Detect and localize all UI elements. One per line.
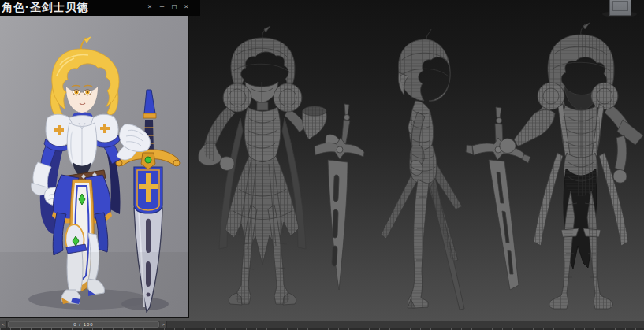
window-titlebar[interactable]: 角色·圣剑士贝德 × — □ × xyxy=(0,0,200,16)
window-title: 角色·圣剑士贝德 xyxy=(2,1,89,15)
minimize-icon[interactable]: — xyxy=(159,2,165,11)
screenshot-root: 角色·圣剑士贝德 × — □ × xyxy=(0,0,644,330)
model-back-view[interactable] xyxy=(466,23,644,315)
model-front-view[interactable] xyxy=(197,26,370,315)
close-icon[interactable]: × xyxy=(184,2,189,11)
concept-art xyxy=(0,16,188,317)
pin-icon[interactable]: × xyxy=(147,2,152,11)
maximize-icon[interactable]: □ xyxy=(171,2,177,11)
reference-image[interactable] xyxy=(0,16,189,317)
time-slider[interactable]: < 0 / 100 > xyxy=(0,321,644,328)
model-side-view[interactable] xyxy=(363,29,473,315)
time-slider-handle[interactable]: 0 / 100 xyxy=(8,321,159,328)
frame-indicator: 0 / 100 xyxy=(73,322,93,327)
viewcube-cube[interactable] xyxy=(609,0,631,16)
next-frame-button[interactable]: > xyxy=(160,321,167,328)
viewcube-icon[interactable] xyxy=(601,0,638,20)
prev-frame-button[interactable]: < xyxy=(0,321,7,328)
reference-image-window[interactable]: 角色·圣剑士贝德 × — □ × xyxy=(0,0,189,318)
time-slider-track[interactable] xyxy=(167,321,644,328)
